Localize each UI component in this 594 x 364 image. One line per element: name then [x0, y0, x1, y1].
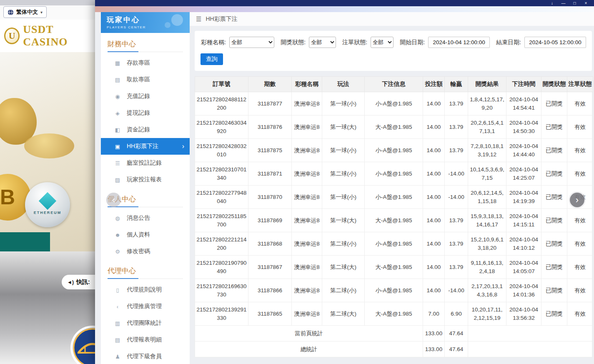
- sidebar-item-agent-report-detail[interactable]: ▤代理報表明細: [101, 331, 190, 348]
- hero-banner-image: B ETHEREUM: [0, 52, 95, 251]
- bet-cell: 14.00: [423, 92, 445, 115]
- result-cell: 9,11,6,16,13,2,4,18: [468, 256, 506, 279]
- sidebar-item-label: 代理下級會員: [127, 353, 162, 360]
- browser-chrome-strip: [0, 0, 95, 5]
- down-arrow-icon[interactable]: ↓: [546, 0, 558, 6]
- end-date-input[interactable]: [524, 37, 586, 48]
- play-cell: 第一球(小): [322, 92, 365, 115]
- sidebar-item-announcements[interactable]: ◍消息公告: [101, 210, 190, 226]
- order-cell: 2152172802488112200: [195, 92, 248, 115]
- globe-icon: [8, 9, 14, 15]
- draw_status-cell: 已開獎: [541, 186, 567, 209]
- lottery-bet-icon: ▣: [114, 143, 121, 150]
- language-selector[interactable]: 繁体中文 ▾: [3, 6, 47, 18]
- sidebar-item-agent-members[interactable]: ♟代理下級會員: [101, 348, 190, 364]
- info-cell: 小-A盤@1.985: [365, 139, 423, 162]
- order-cell: 2152172802190790490: [195, 256, 248, 279]
- sidebar-item-label: HH彩票下注: [127, 143, 158, 150]
- win-cell: 13.79: [445, 115, 468, 139]
- bets-table: 訂單號期數彩種名稱玩法下注信息投注額輸贏開獎結果下注時間開獎狀態注單狀態 215…: [195, 76, 593, 357]
- play-cell: 第二球(小): [322, 279, 365, 302]
- info-cell: 小-A盤@1.985: [365, 186, 423, 209]
- order-status-select[interactable]: 全部: [371, 37, 393, 48]
- draw-status-select[interactable]: 全部: [309, 37, 336, 48]
- period-cell: 31187868: [248, 232, 292, 256]
- lottery-name-label: 彩種名稱:: [201, 39, 226, 46]
- win-cell: -14.00: [445, 162, 468, 186]
- play-cell: 第二球(小): [322, 162, 365, 186]
- agent-report-icon: ▤: [114, 337, 121, 343]
- sidebar-item-cashout-records[interactable]: ◈提現記錄: [101, 105, 190, 121]
- end-date-label: 結束日期:: [496, 39, 521, 46]
- result-cell: 20,6,12,14,5,1,15,18: [468, 186, 506, 209]
- lottery-name-select[interactable]: 全部: [229, 37, 274, 48]
- sidebar-item-agent-team-stats[interactable]: ▥代理團隊統計: [101, 315, 190, 331]
- sidebar-item-recharge-records[interactable]: ◉充值記錄: [101, 88, 190, 105]
- banner-accent-strip: [0, 232, 50, 251]
- sidebar-item-fund-records[interactable]: ◧資金記錄: [101, 121, 190, 138]
- time-cell: 2024-10-04 14:01:36: [506, 279, 541, 302]
- sidebar-item-deposit[interactable]: ▦存款專區: [101, 55, 190, 71]
- info-cell: 大-A盤@1.985: [365, 209, 423, 232]
- lottery-cell: 澳洲幸运8: [292, 209, 322, 232]
- info-cell: 小-A盤@1.985: [365, 92, 423, 115]
- order_status-cell: 有效: [567, 302, 593, 326]
- draw_status-cell: 已開獎: [541, 302, 567, 326]
- bet-cell: 14.00: [423, 115, 445, 139]
- sidebar-item-profile[interactable]: ☻個人資料: [101, 226, 190, 243]
- order-cell: 2152172802277948040: [195, 186, 248, 209]
- content-area: ☰ HH彩票下注 彩種名稱:全部開獎狀態:全部注單狀態:全部開始日期:結束日期:…: [190, 12, 594, 364]
- column-header: 下注時間: [506, 77, 541, 92]
- carousel-prev-button[interactable]: ‹: [106, 193, 121, 207]
- sidebar-header: 玩家中心 PLAYERS CENTER: [101, 12, 190, 33]
- start-date-label: 開始日期:: [400, 39, 425, 46]
- maximize-icon[interactable]: □: [569, 0, 580, 6]
- period-cell: 31187870: [248, 186, 292, 209]
- close-icon[interactable]: ×: [580, 0, 591, 6]
- filter-card: 彩種名稱:全部開獎狀態:全部注單狀態:全部開始日期:結束日期: 查詢: [195, 31, 592, 71]
- sidebar-item-room-bet-records[interactable]: ☰廳室投註記錄: [101, 155, 190, 171]
- win-cell: -14.00: [445, 279, 468, 302]
- site-logo[interactable]: U USDT CASINO: [0, 20, 95, 52]
- sidebar-item-label: 廳室投註記錄: [127, 159, 162, 167]
- start-date-input[interactable]: [428, 37, 490, 48]
- draw_status-cell: 已開獎: [541, 115, 567, 139]
- win-cell: 13.79: [445, 139, 468, 162]
- column-header: 開獎狀態: [541, 77, 567, 92]
- bet-cell: 14.00: [423, 162, 445, 186]
- carousel-next-button[interactable]: ›: [570, 193, 584, 207]
- draw_status-cell: 已開獎: [541, 232, 567, 256]
- sidebar-item-withdraw[interactable]: ▤取款專區: [101, 71, 190, 88]
- result-cell: 15,9,3,18,13,14,16,17: [468, 209, 506, 232]
- result-cell: 10,20,17,11,2,12,15,19: [468, 302, 506, 326]
- order-cell: 2152172802251185700: [195, 209, 248, 232]
- time-cell: 2024-10-04 14:50:30: [506, 115, 541, 139]
- screen: 繁体中文 ▾ U USDT CASINO B ETHEREUM ◄) 快訊:: [0, 0, 594, 364]
- deposit-icon: ▦: [114, 60, 121, 66]
- sidebar-section-title: 代理中心: [108, 266, 183, 279]
- column-header: 玩法: [322, 77, 365, 92]
- bet-cell: 7.00: [423, 302, 445, 326]
- result-cell: 2,17,20,13,14,3,16,8: [468, 279, 506, 302]
- window-titlebar: ↓ — □ ×: [95, 0, 594, 6]
- sidebar-item-label: 資金記錄: [127, 126, 150, 133]
- bet-cell: 14.00: [423, 186, 445, 209]
- sidebar-item-label: 代理規則說明: [127, 286, 162, 294]
- order_status-cell: 有效: [567, 139, 593, 162]
- draw_status-cell: 已開獎: [541, 256, 567, 279]
- news-ticker: ◄) 快訊:: [62, 275, 95, 289]
- sidebar-item-change-password[interactable]: ⚙修改密碼: [101, 243, 190, 260]
- sidebar-item-agent-rules[interactable]: ▯代理規則說明: [101, 281, 190, 298]
- minimize-icon[interactable]: —: [558, 0, 569, 6]
- search-button[interactable]: 查詢: [201, 53, 223, 65]
- sidebar-item-label: 充值記錄: [127, 93, 150, 100]
- sidebar-item-player-bet-report[interactable]: ▨玩家投注報表: [101, 171, 190, 188]
- menu-icon[interactable]: ☰: [196, 15, 201, 23]
- table-row: 215217280231070134031187871澳洲幸运8第二球(小)小-…: [195, 162, 593, 186]
- sidebar-item-hh-lottery-bets[interactable]: ▣HH彩票下注›: [101, 138, 190, 155]
- caret-down-icon: ▾: [40, 10, 43, 15]
- sidebar-item-label: 個人資料: [127, 231, 150, 238]
- sidebar-item-agent-promotion[interactable]: ‹代理推廣管理: [101, 298, 190, 315]
- win-cell: -14.00: [445, 186, 468, 209]
- agent-team-icon: ▥: [114, 320, 121, 326]
